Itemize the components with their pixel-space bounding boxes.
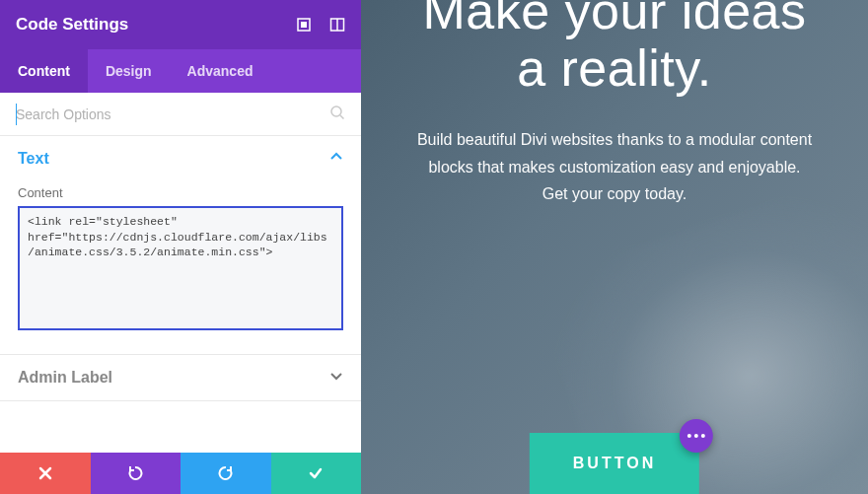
- svg-point-4: [331, 106, 341, 116]
- hero-button-wrap: BUTTON: [530, 433, 699, 494]
- header-actions: [296, 17, 345, 33]
- hero-button[interactable]: BUTTON: [530, 433, 699, 494]
- search-bar: [0, 93, 361, 136]
- code-textarea[interactable]: [18, 206, 343, 330]
- redo-button[interactable]: [181, 453, 271, 494]
- tab-advanced[interactable]: Advanced: [170, 49, 271, 93]
- panel-header: Code Settings: [0, 0, 361, 49]
- hero-heading: Make your ideas a reality.: [416, 0, 813, 97]
- panel-title: Code Settings: [16, 15, 296, 35]
- preview-content: Make your ideas a reality. Build beautif…: [361, 0, 868, 494]
- tab-bar: Content Design Advanced: [0, 49, 361, 93]
- module-options-button[interactable]: [680, 419, 713, 453]
- section-text: Text Content: [0, 136, 361, 355]
- cancel-button[interactable]: [0, 453, 91, 494]
- text-cursor: [16, 104, 17, 125]
- section-text-header[interactable]: Text: [0, 136, 361, 181]
- dot-icon: [694, 434, 698, 438]
- chevron-down-icon: [329, 369, 343, 387]
- section-admin-header[interactable]: Admin Label: [0, 355, 361, 400]
- action-bar: [0, 453, 361, 494]
- section-text-body: Content: [0, 185, 361, 354]
- chevron-up-icon: [329, 150, 343, 168]
- tab-design[interactable]: Design: [88, 49, 170, 93]
- spacer: [0, 401, 361, 453]
- section-admin: Admin Label: [0, 355, 361, 401]
- tab-content[interactable]: Content: [0, 49, 88, 93]
- content-label: Content: [18, 185, 343, 200]
- search-input[interactable]: [16, 99, 329, 130]
- page-preview: Make your ideas a reality. Build beautif…: [361, 0, 868, 494]
- dock-icon[interactable]: [329, 17, 345, 33]
- section-text-title: Text: [18, 150, 49, 168]
- search-icon[interactable]: [329, 105, 345, 124]
- dot-icon: [687, 434, 691, 438]
- svg-rect-1: [302, 23, 307, 28]
- hero-subtext: Build beautiful Divi websites thanks to …: [416, 126, 813, 207]
- section-admin-title: Admin Label: [18, 369, 112, 387]
- svg-line-5: [340, 115, 344, 119]
- expand-icon[interactable]: [296, 17, 312, 33]
- settings-panel: Code Settings Content Design Advanced Te…: [0, 0, 361, 494]
- save-button[interactable]: [271, 453, 362, 494]
- dot-icon: [701, 434, 705, 438]
- undo-button[interactable]: [91, 453, 181, 494]
